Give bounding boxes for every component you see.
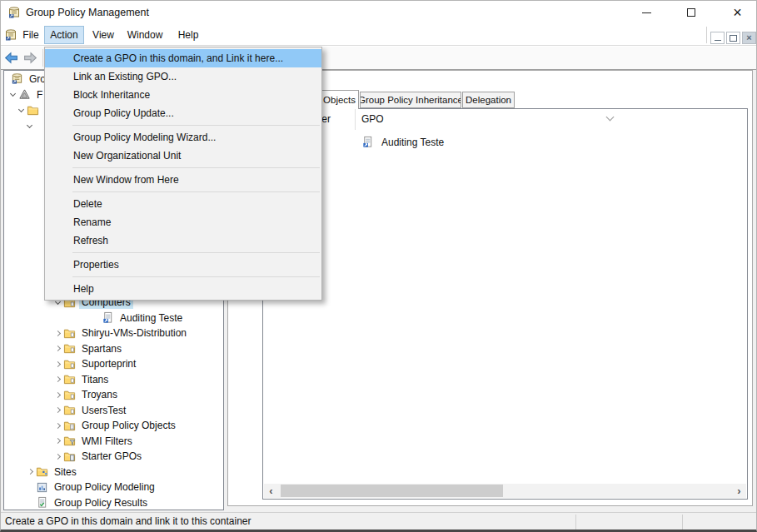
tab-group-policy-inheritance[interactable]: Group Policy Inheritance	[360, 92, 461, 108]
tree-item-label: WMI Filters	[79, 435, 135, 448]
chevron-collapsed-icon[interactable]	[52, 424, 63, 428]
close-icon: ×	[733, 6, 742, 19]
tree-item-label: Group Policy Modeling	[52, 480, 157, 494]
tree-item-troyans[interactable]: Troyans	[4, 387, 223, 403]
menu-item-group-policy-modeling-wizard[interactable]: Group Policy Modeling Wizard...	[45, 128, 321, 147]
ou-folder-icon	[63, 404, 76, 416]
gpo-row-auditing-teste[interactable]: Auditing Teste	[263, 134, 747, 150]
status-text: Create a GPO in this domain and link it …	[5, 513, 251, 530]
tree-item-sites[interactable]: Sites	[4, 465, 223, 480]
tree-item-label: Titans	[79, 373, 111, 386]
status-separator	[682, 515, 683, 530]
close-button[interactable]: ×	[717, 1, 757, 24]
child-close-icon: ×	[746, 33, 751, 42]
menu-separator	[72, 191, 320, 192]
child-minimize-icon	[715, 40, 721, 41]
menu-item-block-inheritance[interactable]: Block Inheritance	[45, 86, 321, 104]
menu-item-new-organizational-unit[interactable]: New Organizational Unit	[45, 147, 321, 165]
status-bar: Create a GPO in this domain and link it …	[1, 512, 756, 530]
chevron-expanded-icon[interactable]	[7, 93, 18, 96]
tree-item-label: Group Policy Results	[52, 496, 150, 510]
menu-item-refresh[interactable]: Refresh	[45, 231, 321, 250]
scroll-left-arrow-icon[interactable]: ‹	[264, 484, 278, 498]
minimize-button[interactable]	[627, 1, 665, 24]
action-menu: Create a GPO in this domain, and Link it…	[44, 47, 322, 301]
menu-item-link-existing-gpo[interactable]: Link an Existing GPO...	[45, 67, 321, 86]
chevron-collapsed-icon[interactable]	[52, 439, 63, 443]
chevron-expanded-icon[interactable]	[52, 301, 63, 304]
tree-item-label	[35, 126, 40, 127]
tree-item-label: Shiryu-VMs-Distribution	[79, 326, 189, 340]
chevron-collapsed-icon[interactable]	[52, 408, 63, 412]
list-header: Link Order GPO	[263, 109, 747, 130]
chevron-collapsed-icon[interactable]	[52, 346, 63, 351]
tree-item-userstest[interactable]: UsersTest	[4, 403, 223, 419]
forward-arrow-icon[interactable]	[22, 51, 38, 65]
tree-item-suporteprint[interactable]: Suporteprint	[4, 356, 223, 372]
menu-file[interactable]: File	[16, 26, 46, 44]
menu-view[interactable]: View	[87, 26, 119, 44]
wmi-folder-icon	[63, 435, 76, 447]
tree-item-titans[interactable]: Titans	[4, 372, 223, 388]
chevron-expanded-icon[interactable]	[15, 109, 27, 112]
folder-icon	[27, 104, 39, 117]
menu-separator	[72, 252, 320, 253]
tree-item-starter-gpos[interactable]: Starter GPOs	[4, 449, 223, 465]
group-policy-management-window: Group Policy Management × File Action Vi…	[0, 0, 757, 532]
child-restore-button[interactable]	[726, 32, 740, 44]
menu-item-create-gpo-link-here[interactable]: Create a GPO in this domain, and Link it…	[45, 49, 321, 67]
chevron-collapsed-icon[interactable]	[52, 362, 63, 366]
column-gpo[interactable]: GPO	[356, 109, 747, 130]
chevron-expanded-icon[interactable]	[23, 125, 35, 127]
tab-delegation[interactable]: Delegation	[462, 92, 515, 108]
scroll-right-arrow-icon[interactable]: ›	[732, 484, 746, 498]
child-close-button[interactable]: ×	[742, 32, 756, 44]
tree-item-auditing-teste[interactable]: Auditing Teste	[4, 311, 223, 326]
chevron-collapsed-icon[interactable]	[52, 455, 63, 459]
menu-item-help[interactable]: Help	[45, 280, 321, 298]
chevron-collapsed-icon[interactable]	[52, 377, 63, 381]
tree-item-shiryu-vms-distribution[interactable]: Shiryu-VMs-Distribution	[4, 326, 223, 341]
gpo-link-icon	[361, 136, 374, 148]
menu-item-new-window-from-here[interactable]: New Window from Here	[45, 171, 321, 189]
tree-item-spartans[interactable]: Spartans	[4, 341, 223, 357]
menu-help[interactable]: Help	[172, 26, 204, 44]
menubar-separator	[706, 27, 707, 43]
ou-folder-icon	[63, 373, 76, 385]
tree-item-group-policy-results[interactable]: Group Policy Results	[4, 495, 223, 511]
menu-bar: File Action View Window Help ×	[1, 24, 756, 46]
chevron-collapsed-icon[interactable]	[24, 470, 36, 474]
maximize-icon	[687, 8, 695, 17]
tree-item-label: Starter GPOs	[79, 450, 144, 463]
menu-window[interactable]: Window	[122, 26, 167, 44]
gpo-folder-icon	[63, 420, 76, 432]
status-separator	[575, 515, 576, 530]
horizontal-scrollbar[interactable]: ‹ ›	[264, 484, 746, 498]
gpo-name: Auditing Teste	[381, 137, 444, 148]
menu-item-delete[interactable]: Delete	[45, 195, 321, 213]
console-scroll-icon	[11, 72, 23, 85]
menu-item-properties[interactable]: Properties	[45, 256, 321, 274]
tree-item-group-policy-modeling[interactable]: Group Policy Modeling	[4, 480, 223, 495]
menu-item-rename[interactable]: Rename	[45, 213, 321, 231]
modeling-icon	[36, 481, 48, 494]
toolbar-separator	[42, 49, 43, 67]
menu-action[interactable]: Action	[44, 26, 84, 44]
child-minimize-button[interactable]	[710, 32, 725, 44]
tree-item-label: Spartans	[79, 342, 124, 355]
tree-item-label: Sites	[52, 465, 79, 479]
maximize-button[interactable]	[672, 1, 710, 24]
menu-item-group-policy-update[interactable]: Group Policy Update...	[45, 104, 321, 122]
menu-separator	[72, 167, 320, 168]
chevron-collapsed-icon[interactable]	[52, 331, 63, 336]
chevron-collapsed-icon[interactable]	[52, 393, 63, 397]
tree-item-label: Troyans	[79, 388, 120, 401]
ou-folder-icon	[63, 389, 76, 401]
tree-item-label: UsersTest	[79, 404, 128, 417]
back-arrow-icon[interactable]	[3, 51, 19, 65]
tree-item-group-policy-objects[interactable]: Group Policy Objects	[4, 418, 223, 434]
scrollbar-thumb[interactable]	[281, 485, 503, 497]
tree-item-wmi-filters[interactable]: WMI Filters	[4, 434, 223, 450]
app-icon	[7, 6, 21, 19]
tree-item-label: Auditing Teste	[117, 311, 185, 325]
